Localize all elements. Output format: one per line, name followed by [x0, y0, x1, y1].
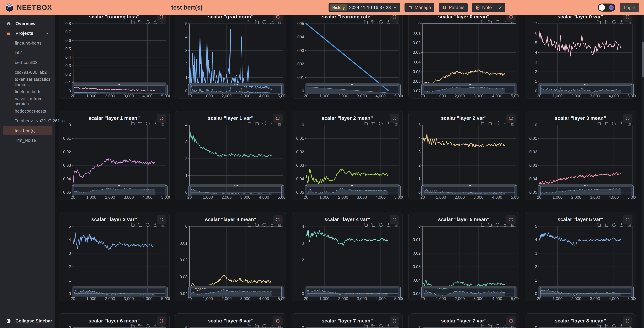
datazoom-handle-right[interactable] — [398, 186, 400, 196]
zoom-select-icon[interactable] — [130, 222, 135, 227]
params-button[interactable]: Params — [439, 3, 468, 12]
zoom-reset-icon[interactable] — [371, 121, 376, 126]
zoom-select-icon[interactable] — [247, 324, 252, 328]
fullscreen-button[interactable] — [273, 316, 282, 326]
datazoom-handle-left[interactable] — [188, 287, 191, 298]
zoom-select-icon[interactable] — [596, 222, 602, 227]
fullscreen-button[interactable] — [157, 114, 166, 123]
datazoom-handle-right[interactable] — [165, 287, 167, 298]
sidebar-project-item[interactable]: bert-conll03 — [3, 58, 52, 67]
restore-icon[interactable] — [145, 222, 150, 227]
datazoom-handle-left[interactable] — [305, 287, 307, 298]
restore-icon[interactable] — [378, 121, 384, 126]
restore-icon[interactable] — [612, 324, 616, 328]
sidebar-project-item[interactable]: naive-llm-from-scratch — [3, 96, 52, 106]
sidebar-project-item[interactable]: Terahertz_No22_Gl261_gl... — [3, 116, 52, 126]
zoom-select-icon[interactable] — [247, 121, 252, 126]
zoom-select-icon[interactable] — [130, 19, 135, 25]
sidebar-project-item[interactable]: lab1 — [3, 48, 52, 58]
datazoom-handle-left[interactable] — [188, 84, 191, 95]
sidebar-project-item[interactable]: finetune-berts — [3, 38, 52, 48]
fullscreen-button[interactable] — [273, 215, 282, 224]
restore-icon[interactable] — [145, 121, 150, 126]
restore-icon[interactable] — [262, 222, 267, 227]
sidebar-project-item[interactable]: finetune-berts — [3, 87, 52, 96]
restore-icon[interactable] — [495, 222, 500, 227]
datazoom-handle-left[interactable] — [72, 84, 74, 95]
zoom-select-icon[interactable] — [480, 324, 485, 328]
zoom-select-icon[interactable] — [480, 19, 485, 25]
datazoom-handle-left[interactable] — [538, 84, 540, 95]
datazoom-handle-left[interactable] — [188, 186, 191, 196]
datazoom-handle-left[interactable] — [538, 287, 540, 298]
zoom-reset-icon[interactable] — [487, 222, 492, 227]
datazoom-handle-right[interactable] — [282, 287, 284, 298]
datazoom-handle-right[interactable] — [515, 84, 517, 95]
restore-icon[interactable] — [378, 19, 384, 25]
zoom-select-icon[interactable] — [363, 222, 368, 227]
sidebar-project-item[interactable]: csc791-030 lab2 — [3, 67, 52, 77]
datazoom-handle-right[interactable] — [165, 186, 167, 196]
theme-toggle[interactable] — [598, 3, 615, 11]
zoom-reset-icon[interactable] — [604, 121, 609, 126]
zoom-reset-icon[interactable] — [254, 121, 259, 126]
sidebar-project-item[interactable]: hedecoder-tests — [3, 106, 52, 116]
zoom-reset-icon[interactable] — [604, 19, 609, 25]
datazoom-handle-right[interactable] — [282, 84, 284, 95]
zoom-select-icon[interactable] — [247, 19, 252, 25]
sidebar-project-item[interactable]: tokenizer statistics llama... — [3, 77, 52, 87]
zoom-select-icon[interactable] — [130, 121, 135, 126]
datazoom-handle-right[interactable] — [515, 287, 517, 298]
fullscreen-button[interactable] — [506, 215, 516, 224]
zoom-select-icon[interactable] — [363, 121, 368, 126]
zoom-reset-icon[interactable] — [254, 324, 259, 328]
fullscreen-button[interactable] — [273, 114, 282, 123]
datazoom-handle-right[interactable] — [631, 84, 634, 95]
datazoom-handle-left[interactable] — [422, 287, 424, 298]
restore-icon[interactable] — [612, 19, 616, 25]
fullscreen-button[interactable] — [390, 316, 399, 326]
restore-icon[interactable] — [145, 324, 150, 328]
zoom-reset-icon[interactable] — [487, 19, 492, 25]
manage-button[interactable]: Manage — [404, 3, 434, 12]
datazoom-handle-right[interactable] — [398, 84, 400, 95]
restore-icon[interactable] — [495, 19, 500, 25]
zoom-select-icon[interactable] — [480, 222, 485, 227]
zoom-reset-icon[interactable] — [254, 222, 259, 227]
fullscreen-button[interactable] — [506, 114, 516, 123]
fullscreen-button[interactable] — [623, 215, 632, 224]
restore-icon[interactable] — [262, 324, 267, 328]
datazoom-handle-right[interactable] — [165, 84, 167, 95]
restore-icon[interactable] — [495, 121, 500, 126]
fullscreen-button[interactable] — [157, 215, 166, 224]
sidebar-item-overview[interactable]: Overview — [0, 19, 55, 28]
datazoom-handle-left[interactable] — [305, 186, 307, 196]
fullscreen-button[interactable] — [623, 114, 632, 123]
fullscreen-button[interactable] — [157, 316, 166, 326]
zoom-reset-icon[interactable] — [138, 121, 143, 126]
fullscreen-button[interactable] — [623, 316, 632, 326]
note-button[interactable]: Note — [472, 3, 495, 12]
zoom-reset-icon[interactable] — [487, 324, 492, 328]
zoom-select-icon[interactable] — [596, 121, 602, 126]
sidebar-project-item[interactable]: test bert(s) — [3, 126, 52, 135]
restore-icon[interactable] — [612, 222, 616, 227]
zoom-select-icon[interactable] — [480, 121, 485, 126]
datazoom-handle-right[interactable] — [398, 287, 400, 298]
zoom-reset-icon[interactable] — [371, 222, 376, 227]
restore-icon[interactable] — [612, 121, 616, 126]
zoom-select-icon[interactable] — [596, 19, 602, 25]
history-select[interactable]: History 2024-11-10 16:37:23 — [328, 3, 400, 12]
datazoom-handle-left[interactable] — [305, 84, 307, 95]
zoom-select-icon[interactable] — [596, 324, 602, 328]
scrollbar-thumb[interactable] — [642, 41, 644, 77]
zoom-reset-icon[interactable] — [138, 324, 143, 328]
datazoom-handle-right[interactable] — [282, 186, 284, 196]
sidebar-item-projects[interactable]: Projects — [0, 28, 55, 38]
restore-icon[interactable] — [495, 324, 500, 328]
zoom-select-icon[interactable] — [363, 19, 368, 25]
fullscreen-button[interactable] — [506, 316, 516, 326]
collapse-sidebar-button[interactable]: Collapse Sidebar — [0, 316, 55, 326]
zoom-select-icon[interactable] — [247, 222, 252, 227]
zoom-select-icon[interactable] — [130, 324, 135, 328]
